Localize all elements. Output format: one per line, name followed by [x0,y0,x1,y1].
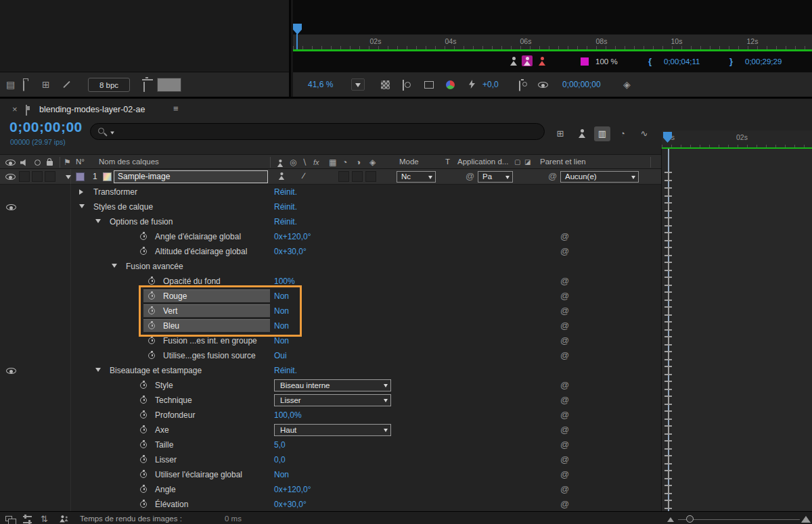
current-timecode[interactable]: 0;00;00;00 [9,119,83,135]
row-fusion-avancee[interactable]: Fusion avancée [0,259,661,274]
column-application[interactable]: Application d... [457,158,508,166]
eye-icon[interactable] [6,204,16,210]
row-angle[interactable]: Angle0x+120,0°@ [0,482,661,497]
row-options-de-fusion[interactable]: Options de fusionRéinit. [0,214,661,229]
track-matte-dropdown[interactable]: Pa [478,171,513,183]
stopwatch-icon[interactable] [140,382,147,389]
row-transformer[interactable]: TransformerRéinit. [0,185,661,199]
layer-row[interactable]: 1 Sample-image ∕ Nc @ Pa @ Aucun(e) [0,169,661,185]
application-fill-icon[interactable]: ◪ [524,158,531,167]
timeline-zoom-handle[interactable] [686,515,694,523]
channels-icon[interactable] [446,80,455,89]
mode-dropdown[interactable]: Nc [397,171,436,183]
property-value[interactable]: Réinit. [274,217,297,227]
column-number[interactable]: N° [76,158,85,166]
tab-title[interactable]: blending-modes-layer-02-ae [39,105,145,114]
stopwatch-icon[interactable] [140,471,147,478]
pick-whip-icon[interactable]: @ [560,425,569,435]
pick-whip-icon[interactable]: @ [560,276,569,286]
stopwatch-icon[interactable] [140,442,147,448]
in-point-time[interactable]: 0;00;04;11 [664,57,700,66]
property-value[interactable]: Non [274,336,289,346]
property-value[interactable]: Non [274,470,289,479]
pick-whip-icon[interactable]: @ [560,231,569,241]
frame-blend-column-icon[interactable]: ▦ [329,158,336,167]
stopwatch-icon[interactable] [140,501,147,508]
stopwatch-icon[interactable] [140,233,147,240]
expand-switches-icon[interactable] [5,516,12,521]
composition-ruler[interactable]: 02s04s06s08s10s12s [293,34,812,49]
stopwatch-icon[interactable] [140,248,147,255]
property-dropdown[interactable]: Haut [274,424,391,436]
trash-icon[interactable] [143,82,145,92]
twirl-icon[interactable] [95,219,101,226]
property-value[interactable]: 0x+30,0° [274,247,307,256]
property-value[interactable]: 0x+120,0° [274,232,311,241]
close-icon[interactable]: × [12,104,18,114]
pick-whip-icon[interactable]: @ [560,484,569,494]
pick-whip-icon[interactable]: @ [560,469,569,479]
property-value[interactable]: 0x+120,0° [274,485,311,494]
motion-blur-column-icon[interactable]: ◔ [342,158,347,167]
column-layer-name[interactable]: Nom des calques [99,158,159,166]
eye-icon[interactable] [5,174,16,180]
switch-cell[interactable] [365,171,376,182]
property-value[interactable]: 0,0 [274,455,286,465]
track-matte-whip-icon[interactable]: @ [466,171,474,181]
transparency-grid-icon[interactable] [381,80,390,89]
mask-icon[interactable] [403,80,404,91]
pick-whip-icon[interactable]: @ [560,395,569,405]
composition-grid-icon[interactable]: ⊞ [42,80,50,89]
eye-column-icon[interactable] [5,160,16,166]
property-value[interactable]: Oui [274,351,287,360]
column-mode[interactable]: Mode [399,158,419,166]
twirl-icon[interactable] [112,264,117,270]
search-input[interactable] [90,123,545,140]
pick-whip-icon[interactable]: @ [560,320,569,331]
row-biseautage-et-estampage[interactable]: Biseautage et estampageRéinit. [0,363,661,378]
stopwatch-icon[interactable] [148,352,155,359]
composition-current-time[interactable]: 0;00;00;00 [562,80,601,89]
row-taille[interactable]: Taille5,0@ [0,437,661,452]
row-utiliser-l-eclairage-global[interactable]: Utiliser l'éclairage globalNon@ [0,467,661,482]
property-value[interactable]: 5,0 [274,440,286,450]
adjustment-column-icon[interactable]: ◑ [356,158,361,167]
out-bracket-icon[interactable]: } [729,56,733,66]
flowchart-icon[interactable]: ◈ [623,80,631,89]
pick-whip-icon[interactable]: @ [560,454,569,465]
row-opacite-du-fond[interactable]: Opacité du fond100%@ [0,274,661,289]
motion-blur-icon[interactable]: ◔ [614,126,631,141]
row-elevation[interactable]: Élévation0x+30,0°@ [0,497,661,512]
pick-whip-icon[interactable]: @ [560,350,569,360]
magenta-swatch[interactable] [581,57,589,66]
twirl-icon[interactable] [95,368,101,375]
layer-label-swatch[interactable] [76,172,85,181]
timeline-track-area[interactable] [662,149,812,511]
audio-column-icon[interactable] [20,159,28,166]
solo-column-icon[interactable] [35,160,41,166]
bpc-button[interactable]: 8 bpc [88,78,130,92]
solo-toggle[interactable] [32,171,43,182]
stopwatch-icon[interactable] [140,456,147,463]
pick-whip-icon[interactable]: @ [560,246,569,256]
row-vert[interactable]: VertNon@ [0,304,661,318]
graph-editor-icon[interactable]: ∿ [636,126,652,141]
layer-name-input[interactable]: Sample-image [114,170,268,183]
row-altitude-d-eclairage-global[interactable]: Altitude d'éclairage global0x+30,0°@ [0,244,661,259]
row-axe[interactable]: AxeHaut@ [0,423,661,437]
person-red-icon[interactable] [538,57,546,66]
row-profondeur[interactable]: Profondeur100,0%@ [0,408,661,423]
collapse-column-icon[interactable]: ◎ [290,158,296,167]
stopwatch-icon[interactable] [140,486,147,493]
person-pink-icon[interactable] [522,55,533,66]
pick-whip-icon[interactable]: @ [560,410,569,420]
column-track-matte[interactable]: T [445,158,450,166]
parent-pick-whip-icon[interactable]: @ [548,171,557,181]
stopwatch-icon[interactable] [148,337,155,344]
zoom-dropdown[interactable] [351,78,365,91]
property-dropdown[interactable]: Lisser [274,394,391,406]
eye-icon[interactable] [6,368,16,374]
row-style[interactable]: StyleBiseau interne@ [0,378,661,393]
brush-icon[interactable] [63,81,70,89]
application-box-icon[interactable]: ▢ [514,158,520,167]
